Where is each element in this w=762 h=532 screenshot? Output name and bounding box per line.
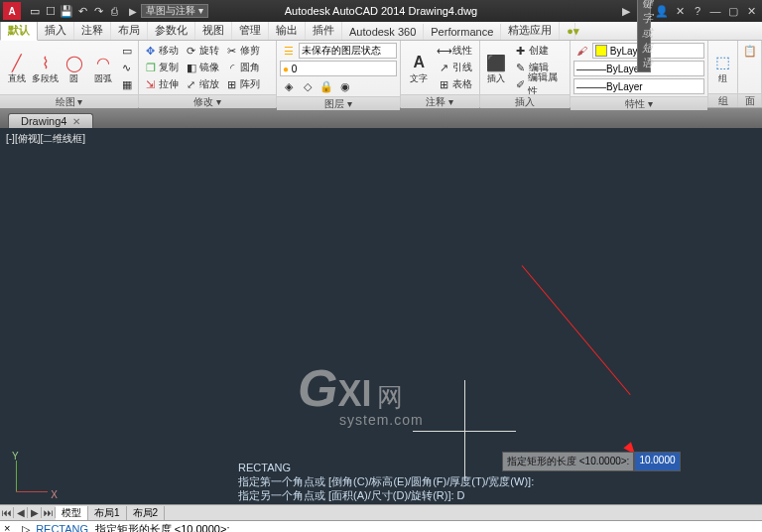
polyline-icon: ⌇ <box>35 52 57 73</box>
model-tab[interactable]: 模型 <box>56 506 88 520</box>
panel-modify-title[interactable]: 修改 ▾ <box>139 94 276 108</box>
panel-draw: ╱直线 ⌇多段线 ◯圆 ◠圆弧 ▭ ∿ ▦ 绘图 ▾ <box>0 41 139 107</box>
maximize-icon[interactable]: ▢ <box>726 5 740 18</box>
layout2-tab[interactable]: 布局2 <box>127 506 166 520</box>
cmdline-close-icon[interactable]: × <box>4 522 18 532</box>
tab-default[interactable]: 默认 <box>0 20 38 41</box>
panel-annot-title[interactable]: 注释 ▾ <box>401 94 478 108</box>
block-create-button[interactable]: ✚创建 <box>512 43 567 59</box>
close-icon[interactable]: ✕ <box>744 5 758 18</box>
mirror-button[interactable]: ◧镜像 <box>183 60 221 75</box>
dim-linear-button[interactable]: ⟷线性 <box>436 43 474 59</box>
draw-extra-3[interactable]: ▦ <box>118 76 135 92</box>
qat-redo-icon[interactable]: ↷ <box>91 4 105 18</box>
line-icon: ╱ <box>6 52 28 73</box>
tab-manage[interactable]: 管理 <box>232 21 269 40</box>
layout1-tab[interactable]: 布局1 <box>88 506 127 520</box>
layer-off-icon: ◇ <box>301 80 314 93</box>
table-icon: ⊞ <box>438 78 450 91</box>
layer-props-button[interactable]: ☰ <box>280 43 297 59</box>
tab-plugins[interactable]: 插件 <box>306 21 342 40</box>
tab-insert[interactable]: 插入 <box>38 21 74 40</box>
qat-save-icon[interactable]: 💾 <box>60 4 73 18</box>
match-props-button[interactable]: 🖌 <box>573 43 590 59</box>
arc-icon: ◠ <box>92 52 114 73</box>
file-tab-drawing4[interactable]: Drawing4 ✕ <box>8 113 93 128</box>
array-button[interactable]: ⊞阵列 <box>223 76 262 92</box>
rotate-button[interactable]: ⟳旋转 <box>183 43 221 59</box>
cmdline-command: RECTANG <box>36 523 88 532</box>
signin-icon[interactable]: 👤 <box>655 5 669 18</box>
layers-icon: ☰ <box>282 45 295 58</box>
layer-match-icon: ◉ <box>338 80 351 93</box>
draw-extra-2[interactable]: ∿ <box>118 60 135 75</box>
trim-button[interactable]: ✂修剪 <box>223 43 262 59</box>
text-button[interactable]: A文字 <box>404 43 434 92</box>
fillet-button[interactable]: ◜圆角 <box>223 60 262 75</box>
insert-button[interactable]: ⬛插入 <box>483 43 511 92</box>
qat-print-icon[interactable]: ⎙ <box>107 4 121 18</box>
panel-insert-title[interactable]: 插入 <box>480 94 570 108</box>
panel-group-title[interactable]: 组 <box>708 93 737 107</box>
circle-button[interactable]: ◯圆 <box>61 43 87 92</box>
dim-icon: ⟷ <box>438 45 450 58</box>
layer-tool-3[interactable]: 🔒 <box>318 78 334 94</box>
layout-nav-prev-icon[interactable]: ◀ <box>14 507 28 518</box>
cmd-history-line: 指定另一个角点或 [面积(A)/尺寸(D)/旋转(R)]: D <box>238 488 615 502</box>
viewport-label[interactable]: [-][俯视][二维线框] <box>6 132 85 146</box>
move-button[interactable]: ✥移动 <box>142 43 181 59</box>
tab-featured[interactable]: 精选应用 <box>501 21 560 40</box>
tab-output[interactable]: 输出 <box>269 21 306 40</box>
ucs-icon[interactable]: Y X <box>14 457 54 496</box>
layer-combo[interactable]: ● 0 <box>280 61 397 76</box>
layer-tool-1[interactable]: ◈ <box>280 78 297 94</box>
arc-button[interactable]: ◠圆弧 <box>89 43 116 92</box>
tab-expander[interactable]: ●▾ <box>560 23 575 40</box>
qat-open-icon[interactable]: ☐ <box>44 4 58 18</box>
polyline-button[interactable]: ⌇多段线 <box>32 43 59 92</box>
layer-tool-2[interactable]: ◇ <box>299 78 316 94</box>
layer-state-combo[interactable]: 未保存的图层状态 <box>299 43 397 59</box>
block-editattr-button[interactable]: ✐编辑属性 <box>512 76 567 92</box>
annotation-arrow <box>522 265 631 395</box>
qat-undo-icon[interactable]: ↶ <box>75 4 89 18</box>
layout-nav-first-icon[interactable]: ⏮ <box>0 507 14 518</box>
file-tab-close-icon[interactable]: ✕ <box>72 116 80 127</box>
cmdline-prompt-icon: ▷_ <box>22 523 36 533</box>
tab-annotate[interactable]: 注释 <box>74 21 111 40</box>
info-center-arrow-icon[interactable]: ▶ <box>619 5 633 18</box>
search-input[interactable]: 键入关键字或短语 <box>637 0 651 72</box>
command-line[interactable]: × ▷_ RECTANG 指定矩形的长度 <10.0000>: <box>0 520 762 532</box>
insert-icon: ⬛ <box>485 52 507 73</box>
panel-last-title[interactable]: 面 <box>738 93 761 107</box>
help-icon[interactable]: ? <box>691 5 704 17</box>
drawing-viewport[interactable]: [-][俯视][二维线框] GXI网 system.com 指定矩形的长度 <1… <box>0 128 762 504</box>
lineweight-combo[interactable]: ——— ByLayer <box>573 78 704 94</box>
line-button[interactable]: ╱直线 <box>3 43 30 92</box>
tab-a360[interactable]: Autodesk 360 <box>342 24 424 40</box>
layout-nav-next-icon[interactable]: ▶ <box>28 507 42 518</box>
qat-new-icon[interactable]: ▭ <box>28 4 42 18</box>
leader-button[interactable]: ↗引线 <box>436 60 474 75</box>
scale-button[interactable]: ⤢缩放 <box>183 76 221 92</box>
layout-nav-last-icon[interactable]: ⏭ <box>42 507 56 518</box>
copy-button[interactable]: ❐复制 <box>142 60 181 75</box>
watermark: GXI网 system.com <box>298 358 424 428</box>
tab-layout[interactable]: 布局 <box>111 21 148 40</box>
tab-performance[interactable]: Performance <box>424 24 501 40</box>
draw-extra-1[interactable]: ▭ <box>118 43 135 59</box>
panel-props-title[interactable]: 特性 ▾ <box>571 96 707 110</box>
exchange-icon[interactable]: ✕ <box>673 5 687 18</box>
app-icon[interactable]: A <box>3 2 21 20</box>
tab-view[interactable]: 视图 <box>195 21 232 40</box>
minimize-icon[interactable]: — <box>708 5 722 17</box>
workspace-combo[interactable]: 草图与注释 ▾ <box>141 4 208 18</box>
table-button[interactable]: ⊞表格 <box>436 76 474 92</box>
panel-layer-title[interactable]: 图层 ▾ <box>277 96 400 110</box>
stretch-button[interactable]: ⇲拉伸 <box>142 76 181 92</box>
panel-annot: A文字 ⟷线性 ↗引线 ⊞表格 注释 ▾ <box>401 41 479 107</box>
dynamic-input-value[interactable]: 10.0000 <box>634 452 680 471</box>
tab-parametric[interactable]: 参数化 <box>148 21 195 40</box>
panel-draw-title[interactable]: 绘图 ▾ <box>0 94 138 108</box>
layer-tool-4[interactable]: ◉ <box>336 78 353 94</box>
